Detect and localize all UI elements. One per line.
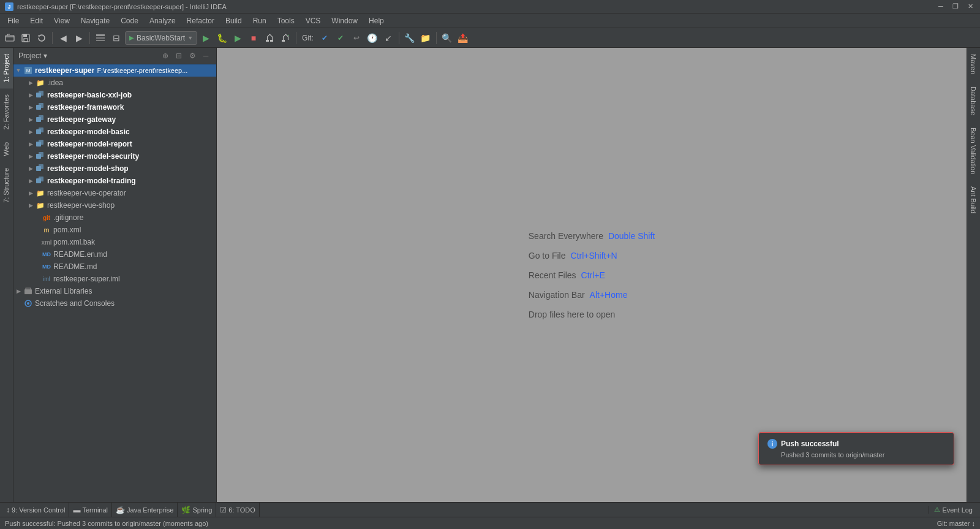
ext-libs-arrow: ▶ — [13, 288, 23, 294]
menu-edit[interactable]: Edit — [25, 15, 48, 26]
ext-libs-label: External Libraries — [35, 287, 92, 295]
menu-help[interactable]: Help — [364, 15, 389, 26]
notification-title: Push successful — [781, 440, 839, 448]
project-dropdown[interactable]: Project ▾ — [18, 51, 157, 60]
toolbar-vcs-ops[interactable]: 📁 — [418, 31, 433, 45]
menu-build[interactable]: Build — [221, 15, 247, 26]
tree-model-security[interactable]: ▶ restkeeper-model-security — [13, 150, 216, 162]
scratches-icon — [23, 299, 33, 308]
run-config-dropdown[interactable]: ▶ BasicWebStart ▼ — [125, 31, 197, 45]
terminal-btn[interactable]: ▬ Terminal — [69, 503, 112, 517]
git-push[interactable]: ✔ — [333, 31, 348, 45]
tree-vue-operator[interactable]: ▶ 📁 restkeeper-vue-operator — [13, 187, 216, 199]
pom-bak-icon: xml — [42, 237, 51, 247]
menu-navigate[interactable]: Navigate — [76, 15, 115, 26]
tree-vue-shop[interactable]: ▶ 📁 restkeeper-vue-shop — [13, 199, 216, 211]
model-security-label: restkeeper-model-security — [47, 152, 139, 161]
rebuild-button[interactable] — [278, 31, 293, 45]
menu-run[interactable]: Run — [248, 15, 271, 26]
svg-rect-17 — [39, 115, 43, 120]
tree-framework[interactable]: ▶ restkeeper-framework — [13, 101, 216, 113]
tab-ant-build[interactable]: Ant Build — [967, 180, 980, 219]
minimize-button[interactable]: ─ — [936, 2, 946, 10]
menu-tools[interactable]: Tools — [273, 15, 300, 26]
model-basic-icon — [36, 127, 45, 137]
git-revert[interactable]: ↩ — [349, 31, 364, 45]
close-panel-button[interactable]: ─ — [200, 50, 211, 61]
todo-btn[interactable]: ☑ 6: TODO — [216, 503, 260, 517]
tree-pom-bak[interactable]: xml pom.xml.bak — [13, 236, 216, 248]
tree-readme[interactable]: MD README.md — [13, 261, 216, 273]
settings-button[interactable]: ⚙ — [187, 50, 198, 61]
menu-file[interactable]: File — [2, 15, 24, 26]
tree-idea[interactable]: ▶ 📁 .idea — [13, 77, 216, 89]
tree-model-trading[interactable]: ▶ restkeeper-model-trading — [13, 175, 216, 187]
gitignore-label: .gitignore — [53, 213, 83, 222]
iml-icon: iml — [42, 274, 51, 284]
run-coverage[interactable]: ▶ — [230, 31, 245, 45]
git-commit[interactable]: ✔ — [317, 31, 332, 45]
menu-vcs[interactable]: VCS — [301, 15, 326, 26]
tree-pom-xml[interactable]: m pom.xml — [13, 224, 216, 236]
toolbar-nav[interactable] — [93, 31, 108, 45]
toolbar-search[interactable]: 🔍 — [440, 31, 454, 45]
tree-gitignore[interactable]: git .gitignore — [13, 211, 216, 224]
close-button[interactable]: ✕ — [965, 2, 975, 10]
java-enterprise-label: Java Enterprise — [127, 506, 173, 514]
git-branch-status[interactable]: Git: master ↕ — [937, 520, 975, 527]
tab-maven[interactable]: Maven — [967, 48, 980, 80]
tab-web[interactable]: Web — [0, 136, 13, 162]
tree-basic-xxl[interactable]: ▶ restkeeper-basic-xxl-job — [13, 89, 216, 101]
spring-btn[interactable]: 🌿 Spring — [178, 503, 216, 517]
toolbar-save[interactable] — [18, 31, 33, 45]
toolbar-breadcrumb[interactable]: ⊟ — [109, 31, 124, 45]
tree-iml[interactable]: iml restkeeper-super.iml — [13, 273, 216, 285]
tab-structure[interactable]: 7: Structure — [0, 162, 13, 209]
tab-database[interactable]: Database — [967, 80, 980, 121]
git-update[interactable]: ↙ — [381, 31, 396, 45]
spring-icon: 🌿 — [181, 506, 190, 514]
debug-button[interactable]: 🐛 — [214, 31, 229, 45]
git-label: Git: — [302, 34, 314, 42]
event-log-btn[interactable]: ⚠ Event Log — [929, 506, 978, 514]
toolbar-tools[interactable]: 🔧 — [402, 31, 417, 45]
svg-rect-25 — [39, 164, 43, 169]
version-control-btn[interactable]: ↕ 9: Version Control — [2, 503, 69, 517]
window-controls: ─ ❐ ✕ — [936, 2, 975, 10]
toolbar-folder-open[interactable] — [2, 31, 17, 45]
tree-model-basic[interactable]: ▶ restkeeper-model-basic — [13, 126, 216, 138]
menu-window[interactable]: Window — [326, 15, 363, 26]
goto-file-text: Go to File — [529, 251, 566, 261]
svg-rect-4 — [96, 34, 105, 36]
tree-external-libs[interactable]: ▶ External Libraries — [13, 285, 216, 297]
menu-view[interactable]: View — [49, 15, 75, 26]
tree-root[interactable]: ▼ M restkeeper-super F:\restkeeper-prent… — [13, 64, 216, 77]
menu-code[interactable]: Code — [116, 15, 143, 26]
toolbar-forward[interactable]: ▶ — [72, 31, 86, 45]
tree-model-report[interactable]: ▶ restkeeper-model-report — [13, 138, 216, 150]
tree-model-shop[interactable]: ▶ restkeeper-model-shop — [13, 162, 216, 175]
locate-file-button[interactable]: ⊕ — [160, 50, 171, 61]
framework-label: restkeeper-framework — [47, 103, 124, 112]
menu-refactor[interactable]: Refactor — [182, 15, 219, 26]
tab-project[interactable]: 1: Project — [0, 48, 13, 88]
readme-label: README.md — [53, 262, 97, 271]
toolbar-refresh[interactable] — [34, 31, 49, 45]
git-history[interactable]: 🕐 — [365, 31, 380, 45]
tab-bean-validation[interactable]: Bean Validation — [967, 121, 980, 180]
tree-gateway[interactable]: ▶ restkeeper-gateway — [13, 113, 216, 126]
tree-readme-en[interactable]: MD README.en.md — [13, 248, 216, 261]
java-enterprise-btn[interactable]: ☕ Java Enterprise — [112, 503, 178, 517]
tree-scratches[interactable]: Scratches and Consoles — [13, 297, 216, 310]
stop-button[interactable]: ■ — [246, 31, 261, 45]
toolbar-share[interactable]: 📤 — [456, 31, 470, 45]
menu-analyze[interactable]: Analyze — [145, 15, 181, 26]
toolbar-separator-5 — [436, 32, 437, 44]
maximize-button[interactable]: ❐ — [951, 2, 960, 10]
build-button[interactable] — [262, 31, 277, 45]
tab-favorites[interactable]: 2: Favorites — [0, 88, 13, 135]
svg-rect-8 — [270, 40, 273, 42]
run-button[interactable]: ▶ — [198, 31, 213, 45]
toolbar-back[interactable]: ◀ — [56, 31, 70, 45]
expand-all-button[interactable]: ⊟ — [173, 50, 184, 61]
